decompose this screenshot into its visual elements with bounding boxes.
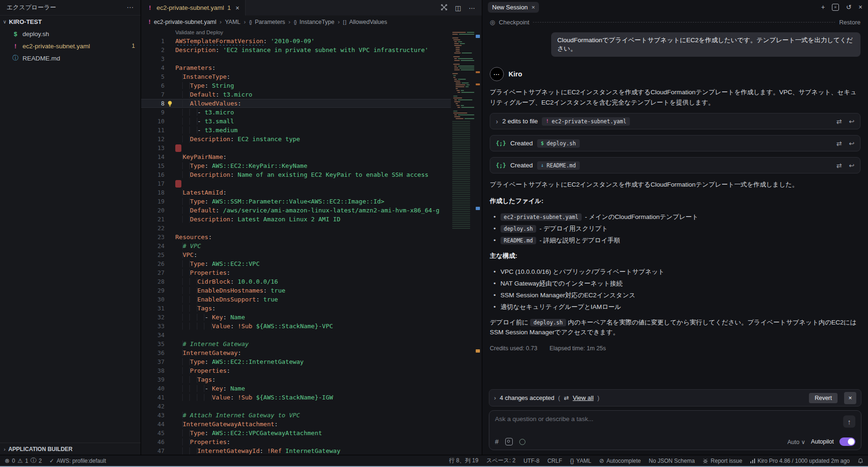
restore-button[interactable]: Restore (839, 19, 861, 26)
code-line[interactable]: 27 Properties: (141, 268, 451, 277)
json-schema-status[interactable]: No JSON Schema (649, 458, 695, 464)
code-line[interactable]: 18 LatestAmiId: (141, 188, 451, 197)
file-ec2-private-subnet-yaml[interactable]: ! ec2-private-subnet.yaml 1 (0, 40, 141, 52)
code-line[interactable]: 15 Type: AWS::EC2::KeyPair::KeyName (141, 161, 451, 170)
breadcrumb-lang[interactable]: YAML (225, 19, 240, 25)
indentation[interactable]: スペース: 2 (486, 457, 516, 465)
code-line[interactable]: 35 # Internet Gateway (141, 339, 451, 348)
code-line[interactable]: 19 Type: AWS::SSM::Parameter::Value<AWS:… (141, 197, 451, 206)
code-line[interactable]: 32 - Key: Name (141, 313, 451, 322)
history-icon[interactable]: ↺ (846, 3, 852, 11)
code-line[interactable]: 13 (141, 143, 451, 152)
task-list-icon[interactable]: ≡ (832, 4, 839, 11)
code-line[interactable]: 40 - Key: Name (141, 384, 451, 393)
code-line[interactable]: 11 - t3.medium (141, 126, 451, 135)
split-editor-icon[interactable]: ◫ (455, 4, 461, 12)
breadcrumb-file[interactable]: ec2-private-subnet.yaml (154, 19, 216, 25)
code-line[interactable]: 9 - t3.micro (141, 108, 451, 117)
autocomplete-status[interactable]: ⊘ Autocomplete (599, 457, 641, 464)
breadcrumb-parameters[interactable]: Parameters (255, 19, 285, 25)
code-line[interactable]: 2Description: 'EC2 instance in private s… (141, 45, 451, 54)
code-line[interactable]: 6 Type: String (141, 81, 451, 90)
autopilot-toggle[interactable] (839, 437, 855, 446)
close-session-icon[interactable]: × (531, 4, 535, 11)
code-line[interactable]: 20 Default: /aws/service/ami-amazon-linu… (141, 206, 451, 215)
encoding[interactable]: UTF-8 (524, 458, 539, 464)
aws-profile-status[interactable]: ✓ AWS: profile:default (49, 457, 106, 464)
code-line[interactable]: 8 AllowedValues: (141, 99, 451, 108)
code-line[interactable]: 1AWSTemplateFormatVersion: '2010-09-09' (141, 37, 451, 45)
close-tab-icon[interactable]: × (236, 4, 239, 12)
close-panel-icon[interactable]: × (859, 3, 862, 11)
diff-icon[interactable]: ⇄ (837, 162, 842, 169)
context-hash-icon[interactable]: # (495, 438, 499, 445)
record-icon[interactable] (519, 439, 525, 445)
edits-card[interactable]: › 2 edits to file ! ec2-private-subnet.y… (490, 113, 861, 129)
cursor-position[interactable]: 行 8、列 19 (449, 457, 479, 465)
diff-icon[interactable]: ⇄ (837, 118, 842, 125)
undo-icon[interactable]: ↩ (849, 162, 854, 169)
tab-ec2-private-subnet-yaml[interactable]: ! ec2-private-subnet.yaml 1 × (141, 0, 246, 15)
source-graph-icon[interactable] (441, 4, 448, 12)
code-line[interactable]: 10 - t3.small (141, 117, 451, 126)
code-line[interactable]: 26 Type: AWS::EC2::VPC (141, 259, 451, 268)
code-line[interactable]: 38 Properties: (141, 366, 451, 375)
changes-accepted-bar[interactable]: › 4 changes accepted ( ⇄ View all ) Reve… (489, 389, 861, 407)
code-line[interactable]: 36 InternetGateway: (141, 348, 451, 357)
eol-sequence[interactable]: CRLF (547, 458, 562, 464)
code-line[interactable]: 46 Properties: (141, 437, 451, 446)
code-line[interactable]: 45 Type: AWS::EC2::VPCGatewayAttachment (141, 429, 451, 437)
model-select[interactable]: Auto ∨ (787, 438, 805, 445)
view-all-link[interactable]: View all (573, 394, 594, 401)
kiro-plan-usage[interactable]: Kiro Pro 4.86 / 1000 updated 2m ago (750, 458, 850, 464)
chat-input[interactable] (495, 415, 843, 422)
code-line[interactable]: 12 Description: EC2 instance type (141, 135, 451, 143)
code-line[interactable]: 44 InternetGatewayAttachment: (141, 420, 451, 429)
attach-image-icon[interactable] (505, 438, 513, 445)
explorer-more-icon[interactable]: ⋯ (127, 3, 134, 12)
code-line[interactable]: 33 Value: !Sub ${AWS::StackName}-VPC (141, 322, 451, 331)
code-line[interactable]: 28 CidrBlock: 10.0.0.0/16 (141, 277, 451, 286)
problems-indicator[interactable]: ⊗0 ⚠1 ⓘ2 (5, 457, 42, 465)
code-line[interactable]: 24 # VPC (141, 241, 451, 250)
file-chip[interactable]: ↓ README.md (537, 161, 580, 170)
notifications[interactable] (858, 458, 863, 464)
undo-icon[interactable]: ↩ (849, 118, 854, 125)
code-line[interactable]: 16 Description: Name of an existing EC2 … (141, 170, 451, 179)
code-line[interactable]: 43 # Attach Internet Gateway to VPC (141, 411, 451, 420)
chat-tab-new-session[interactable]: New Session × (488, 2, 539, 13)
file-chip[interactable]: ! ec2-private-subnet.yaml (542, 117, 630, 126)
created-card-deploy[interactable]: {;} Created $ deploy.sh ⇄ ↩ (490, 135, 861, 151)
codelens-validate-deploy[interactable]: Validate and Deploy (175, 29, 451, 37)
code-line[interactable]: 22 (141, 224, 451, 233)
code-line[interactable]: 3 (141, 54, 451, 63)
code-line[interactable]: 4Parameters: (141, 63, 451, 72)
code-lines[interactable]: 1AWSTemplateFormatVersion: '2010-09-09'2… (141, 37, 451, 455)
code-line[interactable]: 42 (141, 402, 451, 411)
folder-root[interactable]: ∨ KIRO-TEST (0, 15, 141, 28)
revert-button[interactable]: Revert (809, 393, 838, 403)
code-line[interactable]: 7 Default: t3.micro (141, 90, 451, 99)
created-card-readme[interactable]: {;} Created ↓ README.md ⇄ ↩ (490, 157, 861, 173)
code-line[interactable]: 14 KeyPairName: (141, 152, 451, 161)
code-line[interactable]: 30 EnableDnsSupport: true (141, 295, 451, 304)
language-mode[interactable]: {} YAML (570, 458, 591, 464)
editor-more-icon[interactable]: ⋯ (469, 4, 475, 12)
code-line[interactable]: 23Resources: (141, 233, 451, 241)
file-readme-md[interactable]: ⓘ README.md (0, 52, 141, 64)
minimap[interactable] (451, 28, 474, 455)
code-line[interactable]: 47 InternetGatewayId: !Ref InternetGatew… (141, 446, 451, 455)
code-line[interactable]: 5 InstanceType: (141, 72, 451, 81)
code-line[interactable]: 29 EnableDnsHostnames: true (141, 286, 451, 295)
send-button[interactable]: ↑ (843, 415, 855, 428)
code-line[interactable]: 41 Value: !Sub ${AWS::StackName}-IGW (141, 393, 451, 402)
code-editor[interactable]: Validate and Deploy 1AWSTemplateFormatVe… (141, 28, 482, 455)
code-line[interactable]: 31 Tags: (141, 304, 451, 313)
code-line[interactable]: 25 VPC: (141, 250, 451, 259)
report-issue[interactable]: Report issue (703, 458, 742, 464)
file-deploy-sh[interactable]: $ deploy.sh (0, 28, 141, 40)
dismiss-changes-button[interactable]: × (844, 392, 856, 404)
code-line[interactable]: 17 (141, 179, 451, 188)
new-session-icon[interactable]: + (821, 3, 825, 11)
code-line[interactable]: 37 Type: AWS::EC2::InternetGateway (141, 357, 451, 366)
